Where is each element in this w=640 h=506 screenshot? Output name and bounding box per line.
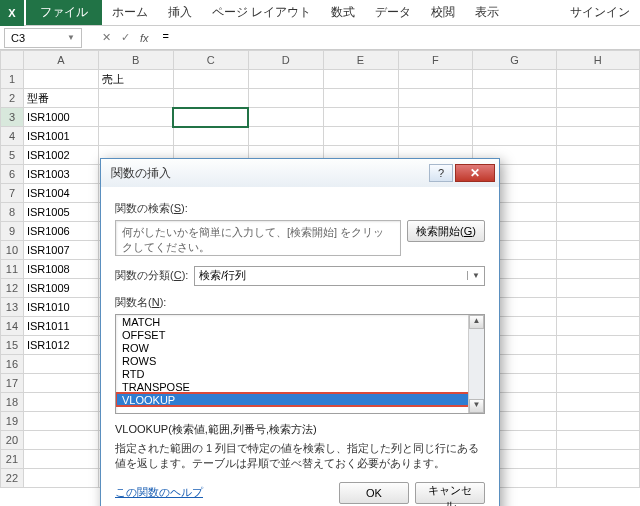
cell[interactable] (398, 70, 473, 89)
row-header[interactable]: 18 (1, 393, 24, 412)
cell[interactable] (556, 412, 639, 431)
cell[interactable] (473, 89, 556, 108)
row-header[interactable]: 1 (1, 70, 24, 89)
cell[interactable]: ISR1005 (23, 203, 98, 222)
cell[interactable] (473, 108, 556, 127)
cell[interactable]: ISR1012 (23, 336, 98, 355)
row-header[interactable]: 17 (1, 374, 24, 393)
cell[interactable] (323, 127, 398, 146)
dialog-titlebar[interactable]: 関数の挿入 ? ✕ (101, 159, 499, 187)
cell[interactable] (23, 450, 98, 469)
row-header[interactable]: 12 (1, 279, 24, 298)
cell[interactable] (23, 374, 98, 393)
cell[interactable]: ISR1001 (23, 127, 98, 146)
cell[interactable] (323, 70, 398, 89)
cell[interactable] (556, 203, 639, 222)
cell[interactable] (398, 89, 473, 108)
cell[interactable]: ISR1007 (23, 241, 98, 260)
cell[interactable] (556, 165, 639, 184)
function-list[interactable]: MATCHOFFSETROWROWSRTDTRANSPOSEVLOOKUP ▲ … (115, 314, 485, 414)
cell[interactable] (556, 108, 639, 127)
cell[interactable] (98, 89, 173, 108)
function-help-link[interactable]: この関数のヘルプ (115, 485, 203, 500)
category-select[interactable]: 検索/行列 ▼ (194, 266, 485, 286)
row-header[interactable]: 9 (1, 222, 24, 241)
accept-formula-icon[interactable]: ✓ (121, 31, 130, 44)
cell[interactable] (556, 374, 639, 393)
cell[interactable] (556, 355, 639, 374)
formula-input[interactable]: = (157, 28, 636, 48)
ribbon-tab-pagelayout[interactable]: ページ レイアウト (202, 0, 321, 25)
scrollbar[interactable]: ▲ ▼ (468, 315, 484, 413)
help-button[interactable]: ? (429, 164, 453, 182)
row-header[interactable]: 20 (1, 431, 24, 450)
col-header-D[interactable]: D (248, 51, 323, 70)
cell[interactable] (173, 127, 248, 146)
row-header[interactable]: 6 (1, 165, 24, 184)
cancel-button[interactable]: キャンセル (415, 482, 485, 504)
ribbon-tab-formula[interactable]: 数式 (321, 0, 365, 25)
function-list-item[interactable]: ROWS (116, 354, 484, 367)
cell[interactable] (23, 70, 98, 89)
cell[interactable] (556, 317, 639, 336)
cell[interactable] (556, 298, 639, 317)
cell[interactable] (556, 260, 639, 279)
ribbon-tab-data[interactable]: データ (365, 0, 421, 25)
row-header[interactable]: 14 (1, 317, 24, 336)
cell[interactable]: 売上 (98, 70, 173, 89)
function-list-item[interactable]: VLOOKUP (116, 393, 484, 406)
cell[interactable] (323, 108, 398, 127)
cell[interactable]: ISR1003 (23, 165, 98, 184)
col-header-G[interactable]: G (473, 51, 556, 70)
cell[interactable] (473, 127, 556, 146)
chevron-down-icon[interactable]: ▼ (67, 33, 75, 42)
scroll-up-icon[interactable]: ▲ (469, 315, 484, 329)
row-header[interactable]: 19 (1, 412, 24, 431)
cell[interactable] (556, 469, 639, 488)
chevron-down-icon[interactable]: ▼ (467, 271, 480, 280)
cell[interactable] (556, 393, 639, 412)
row-header[interactable]: 15 (1, 336, 24, 355)
col-header-C[interactable]: C (173, 51, 248, 70)
cell[interactable] (556, 450, 639, 469)
col-header-F[interactable]: F (398, 51, 473, 70)
cell[interactable] (556, 89, 639, 108)
row-header[interactable]: 22 (1, 469, 24, 488)
ok-button[interactable]: OK (339, 482, 409, 504)
cell[interactable]: 型番 (23, 89, 98, 108)
cell[interactable]: ISR1010 (23, 298, 98, 317)
row-header[interactable]: 5 (1, 146, 24, 165)
cell[interactable] (23, 469, 98, 488)
row-header[interactable]: 10 (1, 241, 24, 260)
cell[interactable] (556, 279, 639, 298)
cell[interactable] (556, 184, 639, 203)
cell[interactable] (173, 89, 248, 108)
row-header[interactable]: 13 (1, 298, 24, 317)
cell[interactable] (248, 89, 323, 108)
ribbon-tab-home[interactable]: ホーム (102, 0, 158, 25)
cell[interactable] (556, 431, 639, 450)
function-list-item[interactable]: MATCH (116, 315, 484, 328)
row-header[interactable]: 21 (1, 450, 24, 469)
cell[interactable] (248, 70, 323, 89)
cell[interactable]: ISR1008 (23, 260, 98, 279)
name-box[interactable]: C3 ▼ (4, 28, 82, 48)
cell[interactable]: ISR1009 (23, 279, 98, 298)
scroll-down-icon[interactable]: ▼ (469, 399, 484, 413)
row-header[interactable]: 11 (1, 260, 24, 279)
select-all-corner[interactable] (1, 51, 24, 70)
col-header-E[interactable]: E (323, 51, 398, 70)
ribbon-tab-review[interactable]: 校閲 (421, 0, 465, 25)
cell[interactable] (98, 127, 173, 146)
function-list-item[interactable]: ROW (116, 341, 484, 354)
row-header[interactable]: 16 (1, 355, 24, 374)
function-list-item[interactable]: TRANSPOSE (116, 380, 484, 393)
cell[interactable] (556, 222, 639, 241)
cell[interactable] (398, 108, 473, 127)
cell[interactable] (23, 412, 98, 431)
function-search-input[interactable]: 何がしたいかを簡単に入力して、[検索開始] をクリックしてください。 (115, 220, 401, 256)
cell[interactable] (173, 70, 248, 89)
col-header-H[interactable]: H (556, 51, 639, 70)
cell[interactable] (556, 146, 639, 165)
cell[interactable] (398, 127, 473, 146)
